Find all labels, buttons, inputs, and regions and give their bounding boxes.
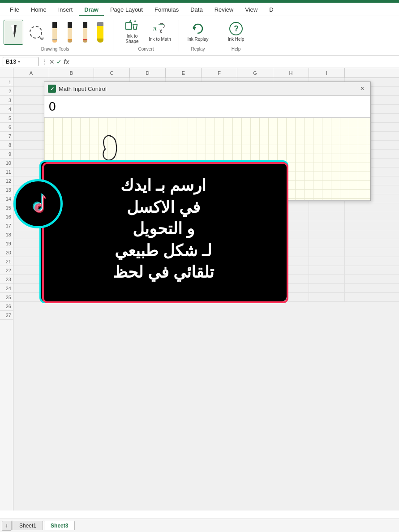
cursor-icon (7, 25, 20, 39)
convert-group: Ink to Shape π Ink to Math Convert (120, 18, 172, 51)
ink-to-shape-label: Ink to Shape (120, 34, 144, 44)
tiktok-text-line4: لـ شكل طبيعي (54, 240, 273, 262)
col-header-e[interactable]: E (166, 68, 202, 77)
cell-ref-dropdown-icon[interactable]: ▾ (18, 59, 20, 64)
row-num-16: 16 (0, 212, 13, 221)
col-header-h[interactable]: H (273, 68, 309, 77)
lasso-tool-button[interactable] (26, 20, 46, 45)
formula-input[interactable] (73, 57, 396, 66)
tab-view[interactable]: View (240, 4, 263, 16)
formula-more-icon[interactable]: ⋮ (42, 59, 47, 65)
row-num-19: 19 (0, 239, 13, 248)
pen-black-icon (52, 22, 57, 43)
formula-bar: B13 ▾ ⋮ ✕ ✓ fx (0, 56, 399, 68)
add-sheet-button[interactable]: + (2, 521, 12, 531)
tab-home[interactable]: Home (26, 4, 52, 16)
row-numbers: 1 2 3 4 5 6 7 8 9 10 11 12 13 14 15 16 1… (0, 68, 13, 511)
col-header-a[interactable]: A (13, 68, 49, 77)
row-num-10: 10 (0, 159, 13, 167)
pen-red-button[interactable] (79, 20, 91, 45)
tiktok-text-line5: تلقائي في لحظ (54, 262, 273, 283)
ink-to-shape-button[interactable]: Ink to Shape (120, 18, 145, 45)
ink-to-math-button[interactable]: π Ink to Math (147, 18, 172, 45)
mic-title-text: Math Input Control (59, 86, 107, 92)
tab-more[interactable]: D (264, 4, 279, 16)
formula-confirm-icon[interactable]: ✓ (56, 58, 62, 65)
pen-black-button[interactable] (48, 20, 61, 45)
tab-formulas[interactable]: Formulas (149, 4, 184, 16)
row-num-26: 26 (0, 302, 13, 311)
ink-help-label: Ink Help (228, 37, 245, 42)
replay-items: Ink Replay (185, 18, 210, 45)
mic-title-left: ✓ Math Input Control (48, 85, 107, 93)
row-num-18: 18 (0, 230, 13, 239)
ink-replay-icon (190, 21, 206, 37)
mic-preview-area: 0 (44, 96, 370, 118)
drawing-tools-group: Drawing Tools (4, 20, 107, 51)
col-header-f[interactable]: F (202, 68, 237, 77)
pen-orange-button[interactable] (64, 20, 76, 45)
convert-items: Ink to Shape π Ink to Math (120, 18, 172, 45)
ink-to-math-label: Ink to Math (149, 37, 171, 42)
ink-help-button[interactable]: ? Ink Help (223, 18, 249, 45)
ink-replay-label: Ink Replay (187, 37, 208, 42)
svg-text:π: π (153, 24, 157, 32)
row-num-11: 11 (0, 167, 13, 176)
separator-2 (179, 20, 179, 51)
mic-close-button[interactable]: × (358, 84, 367, 93)
row-num-21: 21 (0, 257, 13, 266)
col-header-i[interactable]: I (309, 68, 345, 77)
ribbon-tabs: File Home Insert Draw Page Layout Formul… (0, 3, 399, 16)
help-items: ? Ink Help (223, 18, 249, 45)
mic-preview-value: 0 (49, 99, 56, 113)
row-num-20: 20 (0, 248, 13, 257)
formula-fx-icon: fx (64, 58, 69, 65)
row-num-6: 6 (0, 123, 13, 132)
pen-orange-icon (68, 22, 72, 43)
row-num-2: 2 (0, 87, 13, 96)
cursor-tool-button[interactable] (4, 20, 23, 45)
row-num-25: 25 (0, 293, 13, 302)
formula-cancel-icon[interactable]: ✕ (49, 58, 55, 65)
col-header-g[interactable]: G (237, 68, 273, 77)
row-num-4: 4 (0, 105, 13, 114)
col-header-c[interactable]: C (94, 68, 130, 77)
sheet-tab-sheet3[interactable]: Sheet3 (44, 521, 75, 530)
tab-draw[interactable]: Draw (79, 4, 104, 16)
row-num-15: 15 (0, 203, 13, 212)
row-num-5: 5 (0, 114, 13, 123)
cell-reference-box[interactable]: B13 ▾ (3, 57, 39, 66)
bottom-sheet-tabs: + Sheet1 Sheet3 (0, 519, 399, 532)
separator-1 (113, 20, 113, 51)
tab-insert[interactable]: Insert (53, 4, 78, 16)
row-num-17: 17 (0, 221, 13, 230)
row-num-12: 12 (0, 176, 13, 185)
tiktok-text-line1: ارسم بـ ايدك (54, 175, 273, 197)
ink-to-math-icon: π (152, 21, 168, 37)
tab-data[interactable]: Data (185, 4, 208, 16)
sheet-tab-sheet1[interactable]: Sheet1 (13, 521, 43, 530)
col-header-d[interactable]: D (130, 68, 166, 77)
drawing-tools-items (4, 20, 107, 45)
formula-icons: ⋮ ✕ ✓ fx (42, 58, 69, 65)
cell-reference-value: B13 (6, 58, 16, 65)
svg-rect-0 (126, 22, 132, 29)
tiktok-logo-svg (24, 189, 53, 219)
row-num-13: 13 (0, 185, 13, 194)
ink-replay-button[interactable]: Ink Replay (185, 18, 210, 45)
tab-page-layout[interactable]: Page Layout (105, 4, 148, 16)
lasso-icon (30, 26, 42, 39)
tiktok-card-text: ارسم بـ ايدك في الاكسل و التحويل لـ شكل … (54, 175, 273, 283)
row-num-3: 3 (0, 96, 13, 105)
drawing-tools-label: Drawing Tools (41, 47, 69, 51)
col-header-b[interactable]: B (49, 68, 94, 77)
row-num-1: 1 (0, 78, 13, 87)
help-label: Help (232, 47, 241, 51)
tiktok-logo (13, 179, 63, 228)
row-num-14: 14 (0, 194, 13, 203)
marker-yellow-button[interactable] (94, 20, 107, 45)
marker-yellow-icon (97, 22, 103, 43)
row-header-spacer (0, 68, 13, 78)
tab-file[interactable]: File (4, 4, 25, 16)
tab-review[interactable]: Review (209, 4, 239, 16)
